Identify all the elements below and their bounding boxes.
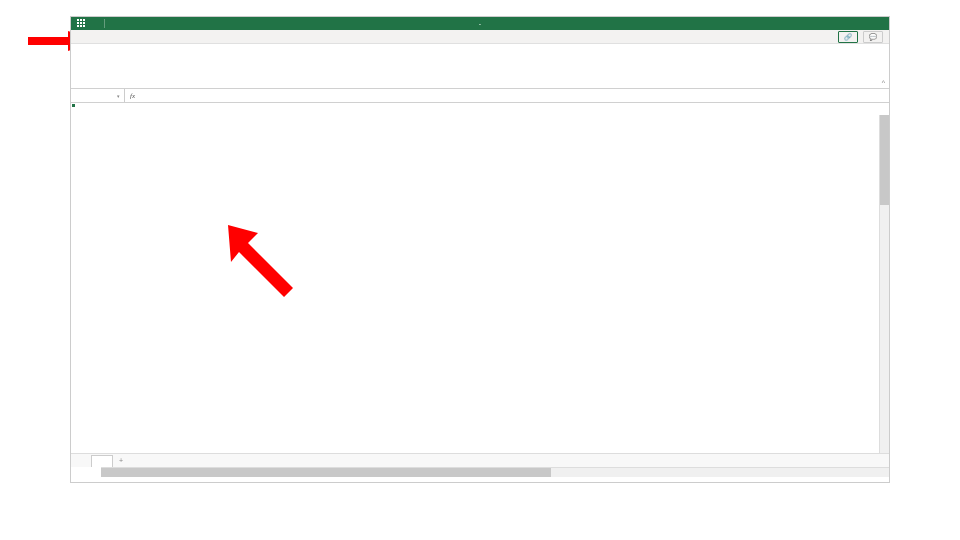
ribbon: ^ <box>71 44 889 89</box>
grid-area <box>71 103 889 453</box>
dash: - <box>479 20 481 27</box>
excel-window: - 🔗 💬 ^ ▾ fx + <box>70 16 890 483</box>
selection-outline <box>71 103 75 107</box>
formula-bar: ▾ fx <box>71 89 889 103</box>
chevron-down-icon[interactable]: ▾ <box>117 93 120 99</box>
status-bar <box>71 477 889 482</box>
tab-bar: 🔗 💬 <box>71 30 889 44</box>
horizontal-scrollbar[interactable] <box>101 467 889 477</box>
title-bar: - <box>71 17 889 30</box>
comments-button[interactable]: 💬 <box>863 31 883 43</box>
sheet-tab-bar: + <box>71 453 889 467</box>
name-box[interactable]: ▾ <box>71 89 125 102</box>
svg-marker-1 <box>228 225 293 297</box>
annotation-arrow-bottom <box>228 225 303 300</box>
divider <box>104 19 105 28</box>
fx-icon[interactable]: fx <box>125 92 140 100</box>
collapse-ribbon-icon[interactable]: ^ <box>882 79 885 86</box>
fill-handle[interactable] <box>71 103 76 108</box>
sheet-tab[interactable] <box>91 455 113 467</box>
add-sheet-button[interactable]: + <box>113 457 129 464</box>
share-button[interactable]: 🔗 <box>838 31 858 43</box>
scroll-thumb[interactable] <box>101 468 551 477</box>
doc-title[interactable]: - <box>475 20 485 27</box>
vertical-scrollbar[interactable] <box>879 115 889 453</box>
scroll-thumb[interactable] <box>880 115 889 205</box>
app-launcher-icon[interactable] <box>77 19 86 28</box>
